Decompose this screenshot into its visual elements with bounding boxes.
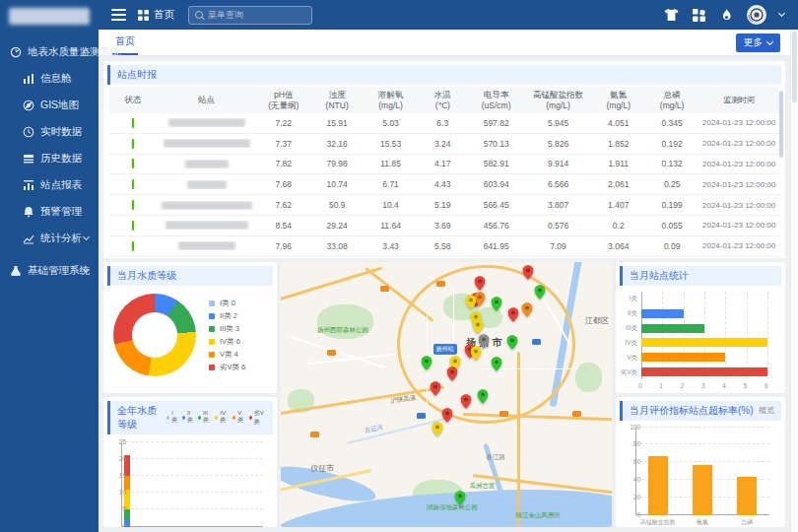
sidebar-group-base-management[interactable]: 基础管理系统 [0,257,99,284]
map-pin-green[interactable] [535,285,546,303]
sidebar-item-realtime-data[interactable]: 实时数据 [0,118,99,145]
tabbar: 首页 更多 [99,30,790,56]
value-cell: 6.566 [525,179,592,189]
theme-skin-icon[interactable] [664,8,679,23]
value-cell: 582.91 [468,159,525,168]
category-label: 劣V类 [616,368,637,377]
value-cell: 0.055 [645,221,698,231]
map-pin-gray[interactable] [479,334,490,353]
legend-marker [209,326,215,332]
map-pin-green[interactable] [454,491,465,509]
menu-search[interactable] [188,6,312,25]
value-cell: 11.85 [364,159,417,168]
map-pin-yellow[interactable] [465,295,476,313]
value-cell: 10.74 [310,179,364,189]
map-pin-green[interactable] [492,357,502,375]
layout-icon[interactable] [692,8,706,23]
time-cell: 2024-01-23 12:00:00 [698,160,779,168]
legend-item[interactable]: II类 [182,409,194,427]
sidebar-item-station-report[interactable]: 站点报表 [0,171,99,198]
sidebar-item-label: 历史数据 [40,152,82,166]
legend-item[interactable]: IV类 [215,409,229,427]
gridline [725,292,726,379]
status-dot-normal [132,179,134,189]
status-dot-normal [132,221,134,231]
road [291,336,385,368]
avatar[interactable] [747,5,766,25]
table-row: 7.6810.746.714.43603.946.5662.0610.25202… [109,174,779,195]
chevron-down-icon[interactable] [778,10,785,17]
road-shield [327,350,336,356]
legend-item[interactable]: III类 3 [209,324,245,334]
value-cell: 3.24 [418,139,468,149]
sidebar-item-label: 信息舱 [40,72,72,86]
map-pin-red[interactable] [442,408,453,427]
left-column: 当月水质等级 I类 0II类 2III类 3IV类 6V类 4劣V类 6 全年水… [103,262,277,527]
legend-item[interactable]: V类 [233,409,245,427]
map-pin-green[interactable] [478,389,489,408]
flame-icon[interactable] [719,8,734,23]
realtime-data-icon [23,126,34,138]
info-cabin-icon [23,73,34,85]
map-pin-yellow[interactable] [432,422,443,440]
map-pin-red[interactable] [522,265,533,284]
more-button[interactable]: 更多 [736,33,780,52]
right-column: 当月站点统计 0123456I类II类III类IV类V类劣V类 当月评价指标站点… [616,262,785,527]
page-scrollbar-thumb[interactable] [792,32,797,102]
legend-item[interactable]: II类 2 [209,311,245,321]
system-icon [10,46,22,58]
sidebar-item-statistics-analysis[interactable]: 统计分析 [0,225,99,251]
legend-marker [182,416,185,420]
app-logo [9,8,90,25]
map-pin-red[interactable] [507,307,518,326]
station-report-title: 站点时报 [107,65,781,85]
gridline [662,292,663,379]
nav-home[interactable]: 首页 [138,8,174,22]
sidebar-item-gis-map[interactable]: GIS地图 [0,92,99,118]
hamburger-menu-icon[interactable] [111,6,126,24]
sidebar-item-label: GIS地图 [40,99,79,112]
sidebar-group-surface-water-system[interactable]: 地表水质量监测系统 [0,38,99,65]
station-cell [157,221,257,230]
legend-label: I类 0 [220,299,235,308]
map-pin-red[interactable] [431,381,441,400]
column-header-8: 氨氮(mg/L) [592,90,645,110]
map-pin-red[interactable] [447,366,458,385]
page-scrollbar[interactable] [790,30,798,532]
y-tick-label: 20 [119,455,126,462]
sidebar-item-history-data[interactable]: 历史数据 [0,145,99,171]
legend-item[interactable]: I类 0 [209,299,245,308]
map-pin-green[interactable] [506,335,517,354]
time-cell: 2024-01-23 12:00:00 [698,139,779,148]
map-pin-orange[interactable] [521,302,532,321]
value-cell: 0.576 [525,221,592,231]
map-pin-green[interactable] [421,356,432,374]
map-pin-orange[interactable] [475,292,486,310]
status-dot-normal [132,241,134,251]
overview-link[interactable]: 概览 [759,405,774,416]
sidebar-item-warning-management[interactable]: 预警管理 [0,198,99,225]
search-input[interactable] [208,10,297,20]
time-cell: 2024-01-23 12:00:00 [698,201,779,210]
legend-item[interactable]: IV类 6 [209,337,245,347]
legend-item[interactable]: I类 [166,409,178,427]
legend-label: IV类 6 [220,337,240,347]
legend-item[interactable]: V类 4 [209,350,245,360]
column-header-5: 水温(℃) [418,90,468,110]
map-pin-green[interactable] [492,297,502,315]
value-cell: 456.76 [468,221,525,231]
value-cell: 4.43 [418,179,468,189]
status-cell [109,221,157,231]
legend-item[interactable]: 劣V类 [249,409,266,427]
table-scrollbar[interactable] [779,91,783,158]
map-pin-red[interactable] [461,394,472,413]
stations-map[interactable]: 扬州市江都区仪征市扬州站扬州西部森林公园古运河沪陕高速春江路瓜洲古渡润扬湿地森林… [281,262,612,527]
value-cell: 8.54 [257,221,310,231]
legend-item[interactable]: 劣V类 6 [209,363,245,372]
value-cell: 32.16 [310,139,364,149]
h-bar [641,353,725,362]
sidebar-item-info-cabin[interactable]: 信息舱 [0,65,99,92]
legend-item[interactable]: III类 [198,409,211,427]
table-header-row: 状态站点pH值(无量纲)浊度(NTU)溶解氧(mg/L)水温(℃)电导率(uS/… [109,87,779,113]
table-row: 8.5429.2411.643.69456.760.5760.20.055202… [109,216,779,236]
